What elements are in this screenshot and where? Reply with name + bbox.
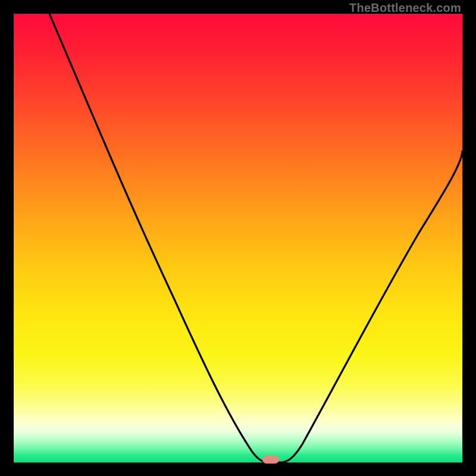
chart-frame: TheBottleneck.com <box>0 0 476 476</box>
watermark-text: TheBottleneck.com <box>349 1 461 15</box>
plot-area <box>14 14 462 462</box>
optimal-marker <box>262 456 279 464</box>
curve-path <box>49 14 462 462</box>
bottleneck-curve <box>14 14 462 462</box>
